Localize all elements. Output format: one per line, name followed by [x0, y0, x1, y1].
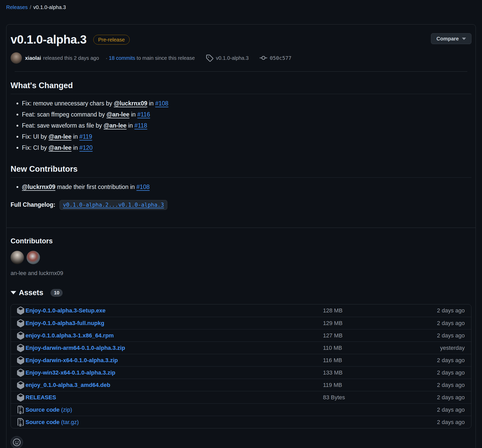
asset-suffix: (tar.gz) — [61, 419, 79, 426]
release-title: v0.1.0-alpha.3 — [11, 32, 87, 47]
file-zip-icon — [16, 418, 25, 426]
asset-download-link[interactable]: Source code — [26, 419, 60, 426]
assets-toggle[interactable]: Assets 10 — [11, 288, 471, 297]
asset-download-link[interactable]: enjoy_0.1.0-alpha.3_amd64.deb — [26, 382, 110, 388]
new-contributors-heading: New Contributors — [11, 164, 471, 178]
contributor-avatar-an-lee[interactable] — [11, 251, 24, 264]
package-icon — [16, 393, 25, 402]
asset-download-link[interactable]: RELEASES — [26, 394, 56, 401]
asset-download-link[interactable]: enjoy-0.1.0.alpha.3-1.x86_64.rpm — [26, 332, 114, 339]
asset-date: 2 days ago — [413, 382, 465, 388]
package-icon — [16, 356, 25, 364]
user-mention-link[interactable]: @luckrnx09 — [114, 100, 147, 107]
pull-request-link[interactable]: #116 — [137, 111, 150, 118]
changelog-item: Fix: UI by @an-lee in #119 — [22, 132, 471, 141]
asset-download-link[interactable]: Enjoy-0.1.0-alpha.3-Setup.exe — [26, 307, 106, 314]
asset-date: 2 days ago — [413, 419, 465, 426]
assets-count-badge: 10 — [51, 289, 63, 297]
asset-date: 2 days ago — [413, 357, 465, 364]
asset-suffix: (zip) — [61, 406, 72, 413]
contributors-names: an-lee and luckrnx09 — [11, 270, 471, 277]
compare-button[interactable]: Compare — [431, 33, 471, 44]
commits-link[interactable]: 18 commits — [109, 55, 135, 61]
asset-date: 2 days ago — [413, 320, 465, 327]
byline-dot: · — [106, 55, 107, 61]
contributor-avatar-luckrnx09[interactable] — [27, 251, 40, 264]
compare-button-label: Compare — [436, 36, 459, 42]
changelog-item: Fix: CI by @an-lee in #120 — [22, 144, 471, 152]
asset-date: 2 days ago — [413, 369, 465, 376]
full-changelog-label: Full Changelog: — [11, 201, 55, 208]
asset-size: 116 MB — [323, 357, 413, 364]
asset-download-link[interactable]: Enjoy-darwin-arm64-0.1.0-alpha.3.zip — [26, 345, 125, 351]
user-mention-link[interactable]: @an-lee — [49, 133, 72, 140]
user-mention-link[interactable]: @luckrnx09 — [22, 184, 55, 190]
asset-download-link[interactable]: Enjoy-0.1.0-alpha3-full.nupkg — [26, 320, 104, 327]
pull-request-link[interactable]: #119 — [79, 133, 92, 140]
author-avatar[interactable] — [11, 52, 22, 64]
git-commit-icon — [260, 54, 267, 62]
file-zip-icon — [16, 406, 25, 414]
full-changelog-link[interactable]: v0.1.0-alpha.2...v0.1.0-alpha.3 — [60, 200, 167, 210]
user-mention-link[interactable]: @an-lee — [49, 144, 72, 151]
commit-sha-link[interactable]: 050c577 — [270, 55, 292, 61]
tag-icon — [206, 54, 213, 62]
pull-request-link[interactable]: #108 — [136, 184, 149, 190]
asset-row: Source code(zip)2 days ago — [11, 403, 471, 416]
package-icon — [16, 369, 25, 377]
pull-request-link[interactable]: #118 — [135, 122, 147, 129]
breadcrumb-current: v0.1.0-alpha.3 — [33, 4, 66, 10]
asset-size: 110 MB — [323, 345, 413, 351]
asset-row: Enjoy-0.1.0-alpha3-full.nupkg129 MB2 day… — [11, 317, 471, 329]
asset-date: 2 days ago — [413, 307, 465, 314]
asset-row: Enjoy-0.1.0-alpha.3-Setup.exe128 MB2 day… — [11, 304, 471, 317]
asset-download-link[interactable]: Enjoy-win32-x64-0.1.0-alpha.3.zip — [26, 369, 115, 376]
asset-row: RELEASES83 Bytes2 days ago — [11, 391, 471, 403]
release-body: What's Changed Fix: remove unnecessary c… — [6, 72, 476, 228]
pull-request-link[interactable]: #120 — [79, 144, 93, 151]
new-contributors-list: @luckrnx09 made their first contribution… — [11, 183, 471, 191]
add-reaction-button[interactable] — [11, 436, 23, 448]
asset-download-link[interactable]: Source code — [26, 406, 60, 413]
changelog-item: @luckrnx09 made their first contribution… — [22, 183, 471, 191]
asset-date: yesterday — [413, 345, 465, 351]
smiley-icon — [13, 438, 21, 446]
package-icon — [16, 344, 25, 352]
changelog-item: Fix: remove unnecessary chars by @luckrn… — [22, 99, 471, 108]
prerelease-badge: Pre-release — [93, 35, 130, 45]
whats-changed-heading: What's Changed — [11, 80, 471, 94]
breadcrumb: Releases/v0.1.0-alpha.3 — [0, 0, 482, 10]
asset-row: Enjoy-darwin-arm64-0.1.0-alpha.3.zip110 … — [11, 342, 471, 354]
asset-date: 2 days ago — [413, 406, 465, 413]
changelog-item: Feat: scan ffmpeg command by @an-lee in … — [22, 110, 471, 119]
asset-row: Source code(tar.gz)2 days ago — [11, 416, 471, 428]
package-icon — [16, 381, 25, 389]
released-text: released this 2 days ago — [43, 55, 99, 61]
asset-size: 133 MB — [323, 369, 413, 376]
changelog-item: Feat: save waveform as file by @an-lee i… — [22, 121, 471, 130]
asset-date: 2 days ago — [413, 394, 465, 401]
package-icon — [16, 331, 25, 340]
asset-row: Enjoy-darwin-x64-0.1.0-alpha.3.zip116 MB… — [11, 354, 471, 366]
breadcrumb-releases-link[interactable]: Releases — [6, 4, 28, 10]
full-changelog-line: Full Changelog: v0.1.0-alpha.2...v0.1.0-… — [11, 200, 471, 210]
tag-group: v0.1.0-alpha.3 — [206, 54, 249, 62]
triangle-down-icon — [11, 291, 16, 294]
assets-table: Enjoy-0.1.0-alpha.3-Setup.exe128 MB2 day… — [11, 304, 471, 428]
pull-request-link[interactable]: #108 — [155, 100, 168, 107]
user-mention-link[interactable]: @an-lee — [104, 122, 127, 129]
asset-download-link[interactable]: Enjoy-darwin-x64-0.1.0-alpha.3.zip — [26, 357, 118, 364]
package-icon — [16, 306, 25, 315]
asset-size: 128 MB — [323, 307, 413, 314]
asset-row: enjoy_0.1.0-alpha.3_amd64.deb119 MB2 day… — [11, 379, 471, 391]
asset-size: 119 MB — [323, 382, 413, 388]
release-footer: Contributors an-lee and luckrnx09 Assets… — [6, 228, 476, 448]
whats-changed-list: Fix: remove unnecessary chars by @luckrn… — [11, 99, 471, 152]
asset-size: 129 MB — [323, 320, 413, 327]
release-byline: xiaolaireleased this 2 days ago · 18 com… — [11, 52, 471, 71]
author-link[interactable]: xiaolai — [25, 55, 41, 61]
user-mention-link[interactable]: @an-lee — [106, 111, 129, 118]
contributors-heading: Contributors — [11, 237, 471, 245]
package-icon — [16, 319, 25, 327]
asset-size: 83 Bytes — [323, 394, 413, 401]
